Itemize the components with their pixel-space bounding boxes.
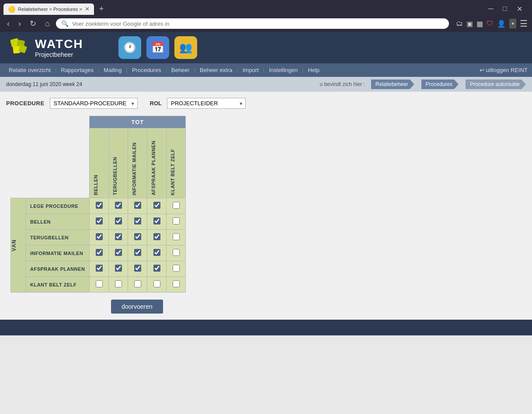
checkbox-1-1[interactable] xyxy=(115,217,122,224)
minimize-button[interactable]: ─ xyxy=(484,4,497,14)
nav-relatie-overzicht[interactable]: Relatie overzicht xyxy=(4,63,55,77)
cell-5-4[interactable] xyxy=(167,277,186,293)
back-button[interactable]: ‹ xyxy=(4,18,12,29)
cell-2-3[interactable] xyxy=(147,230,167,245)
checkbox-1-4[interactable] xyxy=(173,217,180,224)
cell-5-0[interactable] xyxy=(90,277,109,293)
checkbox-4-0[interactable] xyxy=(96,265,103,272)
checkbox-2-1[interactable] xyxy=(115,233,122,240)
checkbox-4-1[interactable] xyxy=(115,265,122,272)
nav-instellingen[interactable]: Instellingen xyxy=(264,63,302,77)
cell-0-3[interactable] xyxy=(147,198,167,214)
active-tab[interactable]: 🟡 Relatiebeheer > Procedures > ✕ xyxy=(3,3,94,15)
checkbox-2-2[interactable] xyxy=(134,233,141,240)
cell-1-1[interactable] xyxy=(109,214,128,230)
checkbox-4-3[interactable] xyxy=(153,265,160,272)
ublock-icon[interactable]: 🛡 xyxy=(487,20,494,28)
cell-3-1[interactable] xyxy=(109,245,128,261)
logout-button[interactable]: ↩ uitloggen REINT xyxy=(480,67,528,73)
checkbox-3-0[interactable] xyxy=(96,249,103,256)
calendar-app-icon[interactable]: 📅 xyxy=(146,36,169,59)
checkbox-5-1[interactable] xyxy=(115,280,122,287)
cell-1-3[interactable] xyxy=(147,214,167,230)
checkbox-3-4[interactable] xyxy=(173,249,180,256)
cell-0-4[interactable] xyxy=(167,198,186,214)
privacy-icon[interactable]: 👤 xyxy=(497,20,506,28)
new-tab-button[interactable]: + xyxy=(96,3,108,15)
restore-button[interactable]: □ xyxy=(498,4,511,14)
address-bar[interactable]: 🔍 xyxy=(56,18,449,29)
cell-0-1[interactable] xyxy=(109,198,128,214)
checkbox-3-3[interactable] xyxy=(153,249,160,256)
forward-button[interactable]: › xyxy=(16,18,24,29)
cell-5-2[interactable] xyxy=(128,277,147,293)
search-icon: 🔍 xyxy=(61,20,69,27)
checkbox-0-1[interactable] xyxy=(115,202,122,209)
reader-icon[interactable]: ▣ xyxy=(466,20,473,28)
cell-1-4[interactable] xyxy=(167,214,186,230)
cell-2-0[interactable] xyxy=(90,230,109,245)
checkbox-0-2[interactable] xyxy=(134,202,141,209)
reload-button[interactable]: ↻ xyxy=(27,18,39,29)
cell-4-2[interactable] xyxy=(128,261,147,277)
cell-2-4[interactable] xyxy=(167,230,186,245)
doorvoeren-button[interactable]: doorvoeren xyxy=(111,300,163,314)
cell-3-4[interactable] xyxy=(167,245,186,261)
cell-2-2[interactable] xyxy=(128,230,147,245)
cell-4-1[interactable] xyxy=(109,261,128,277)
home-button[interactable]: ⌂ xyxy=(42,18,52,29)
checkbox-5-2[interactable] xyxy=(134,280,141,287)
nav-beheer[interactable]: Beheer xyxy=(167,63,194,77)
clock-app-icon[interactable]: 🕐 xyxy=(118,36,141,59)
checkbox-2-0[interactable] xyxy=(96,233,103,240)
cell-0-2[interactable] xyxy=(128,198,147,214)
cell-2-1[interactable] xyxy=(109,230,128,245)
cell-1-0[interactable] xyxy=(90,214,109,230)
cell-4-4[interactable] xyxy=(167,261,186,277)
checkbox-5-4[interactable] xyxy=(173,280,180,287)
checkbox-2-3[interactable] xyxy=(153,233,160,240)
nav-beheer-extra[interactable]: Beheer extra xyxy=(195,63,236,77)
rol-select[interactable]: PROJECTLEIDER xyxy=(167,98,246,109)
people-app-icon[interactable]: 👥 xyxy=(174,36,197,59)
checkbox-4-2[interactable] xyxy=(134,265,141,272)
checkbox-3-1[interactable] xyxy=(115,249,122,256)
breadcrumb-relatiebeheer[interactable]: Relatiebeheer xyxy=(371,79,414,89)
procedure-select[interactable]: STANDAARD-PROCEDURE xyxy=(50,98,138,109)
checkbox-0-4[interactable] xyxy=(173,202,180,209)
checkbox-5-0[interactable] xyxy=(96,280,103,287)
qr-icon[interactable]: ▦ xyxy=(476,20,483,28)
cell-5-3[interactable] xyxy=(147,277,167,293)
checkbox-1-3[interactable] xyxy=(153,217,160,224)
cell-1-2[interactable] xyxy=(128,214,147,230)
menu-icon[interactable]: ☰ xyxy=(520,18,528,29)
breadcrumb-procedure-autorisatie[interactable]: Procedure autorisatie xyxy=(466,79,526,89)
nav-rapportages[interactable]: Rapportages xyxy=(57,63,98,77)
cell-3-0[interactable] xyxy=(90,245,109,261)
checkbox-0-0[interactable] xyxy=(96,202,103,209)
cell-5-1[interactable] xyxy=(109,277,128,293)
address-input[interactable] xyxy=(72,21,444,27)
col-header-1: TERUGBELLEN xyxy=(109,128,128,198)
tab-close-button[interactable]: ✕ xyxy=(85,6,90,12)
breadcrumb-procedures[interactable]: Procedures xyxy=(421,79,459,89)
checkbox-1-0[interactable] xyxy=(96,217,103,224)
ext-gray-icon[interactable]: ▪ xyxy=(509,19,516,28)
checkbox-3-2[interactable] xyxy=(134,249,141,256)
cell-3-2[interactable] xyxy=(128,245,147,261)
nav-help[interactable]: Help xyxy=(303,63,324,77)
checkbox-0-3[interactable] xyxy=(153,202,160,209)
checkbox-4-4[interactable] xyxy=(173,265,180,272)
checkbox-5-3[interactable] xyxy=(153,280,160,287)
nav-import[interactable]: Import xyxy=(238,63,263,77)
close-button[interactable]: ✕ xyxy=(512,4,527,14)
library-icon[interactable]: 🗂 xyxy=(456,20,463,28)
nav-procedures[interactable]: Procedures xyxy=(128,63,165,77)
cell-4-0[interactable] xyxy=(90,261,109,277)
cell-0-0[interactable] xyxy=(90,198,109,214)
checkbox-2-4[interactable] xyxy=(173,233,180,240)
checkbox-1-2[interactable] xyxy=(134,217,141,224)
nav-mailing[interactable]: Mailing xyxy=(99,63,126,77)
cell-3-3[interactable] xyxy=(147,245,167,261)
cell-4-3[interactable] xyxy=(147,261,167,277)
